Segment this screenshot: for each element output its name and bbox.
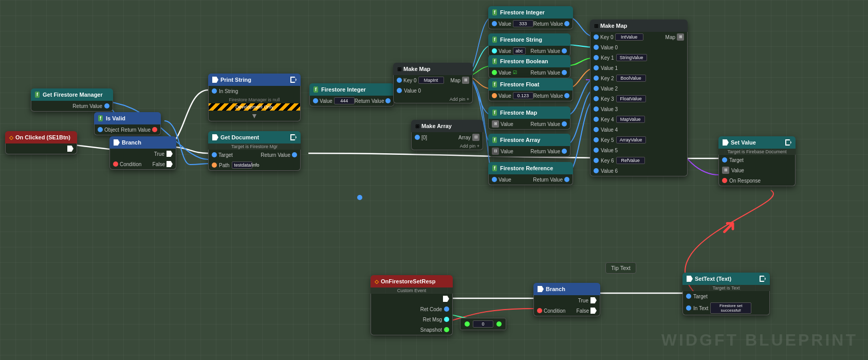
svg-point-0	[357, 195, 362, 200]
set-value-node: Set Value Target is Firebase Document Ta…	[718, 136, 796, 186]
small-node: 0	[460, 318, 506, 330]
firestore-string-node: f Firestore String Value abc Return Valu…	[488, 33, 570, 57]
firestore-reference-node: f Firestore Reference Value Return Value	[488, 162, 573, 185]
exec-out-pin[interactable]	[67, 146, 73, 152]
fref-header: f Firestore Reference	[488, 162, 573, 174]
tip-text-node: Tip Text	[605, 262, 636, 274]
is-valid-node: f Is Valid Object Return Value	[94, 112, 161, 135]
get-document-node: Get Document Target is Firestore Mgr Tar…	[208, 131, 301, 171]
event-exec-pin[interactable]	[443, 296, 449, 302]
fi1-header: f Firestore Integer	[309, 83, 394, 96]
make-array-header: ⊞ Make Array	[411, 120, 483, 132]
firestore-integer-2-node: f Firestore Integer Value 333 Return Val…	[488, 6, 573, 29]
fbool-header: f Firestore Boolean	[488, 55, 570, 67]
is-valid-header: f Is Valid	[94, 112, 161, 124]
set-value-header: Set Value	[718, 136, 796, 149]
get-document-header: Get Document	[208, 131, 301, 143]
return-val-pin[interactable]	[152, 127, 157, 132]
condition-pin[interactable]	[113, 161, 118, 167]
on-clicked-node: ◇ On Clicked (SE1Btn)	[5, 131, 77, 154]
b2-false-pin[interactable]	[590, 308, 597, 314]
set-text-header: SetText (Text)	[682, 273, 770, 285]
fstring-header: f Firestore String	[488, 33, 570, 46]
get-firestore-manager-node: f Get Firestore Manager Return Value	[31, 88, 113, 112]
make-map-1-header: ⊞ Make Map	[393, 63, 473, 75]
on-firestore-header: ◇ OnFirestoreSetResp	[371, 275, 453, 287]
in-string-pin[interactable]	[212, 88, 217, 94]
farray-header: f Firestore Array	[488, 134, 570, 146]
on-clicked-header: ◇ On Clicked (SE1Btn)	[5, 131, 77, 143]
get-firestore-header: f Get Firestore Manager	[31, 88, 113, 101]
b2-true-pin[interactable]	[590, 297, 597, 303]
firestore-float-node: f Firestore Float Value 0.123 Return Val…	[488, 78, 573, 101]
object-pin[interactable]	[98, 127, 103, 132]
arrow-indicator: ➜	[714, 212, 743, 242]
branch-2-node: Branch True Condition False	[533, 283, 600, 316]
print-string-node: Print String In String Firestore Manager…	[208, 74, 301, 121]
firestore-map-node: f Firestore Map ⊞ Value Return Value	[488, 106, 570, 130]
on-firestore-set-resp-node: ◇ OnFirestoreSetResp Custom Event Ret Co…	[371, 275, 453, 335]
make-map-1-node: ⊞ Make Map Key 0 MapInt Map ⊞ Value 0 Ad…	[393, 63, 473, 103]
firestore-integer-1-node: f Firestore Integer Value 444 Return Val…	[309, 83, 394, 106]
make-array-node: ⊞ Make Array [0] Array ⊟ Add pin +	[411, 120, 483, 150]
return-value-pin[interactable]	[104, 103, 109, 109]
set-text-node: SetText (Text) Target is Text Target In …	[682, 273, 770, 315]
firestore-boolean-node: f Firestore Boolean Value ☑ Return Value	[488, 55, 570, 78]
watermark: WIDGFT BLUEPRINT	[661, 331, 858, 350]
print-string-header: Print String	[208, 74, 301, 86]
true-pin[interactable]	[167, 151, 173, 157]
false-pin[interactable]	[167, 161, 173, 167]
firestore-array-node: f Firestore Array ⊟ Value Return Value	[488, 134, 570, 157]
make-map-2-header: ⊞ Make Map	[590, 20, 688, 32]
make-map-2-node: ⊞ Make Map Key 0 IntValue Map ⊞ Value 0 …	[590, 20, 688, 176]
fi2-header: f Firestore Integer	[488, 6, 573, 19]
branch-header: Branch	[109, 136, 176, 149]
branch-node: Branch True Condition False	[109, 136, 176, 170]
ffloat-header: f Firestore Float	[488, 78, 573, 91]
branch-2-header: Branch	[533, 283, 600, 295]
fmap-header: f Firestore Map	[488, 106, 570, 119]
